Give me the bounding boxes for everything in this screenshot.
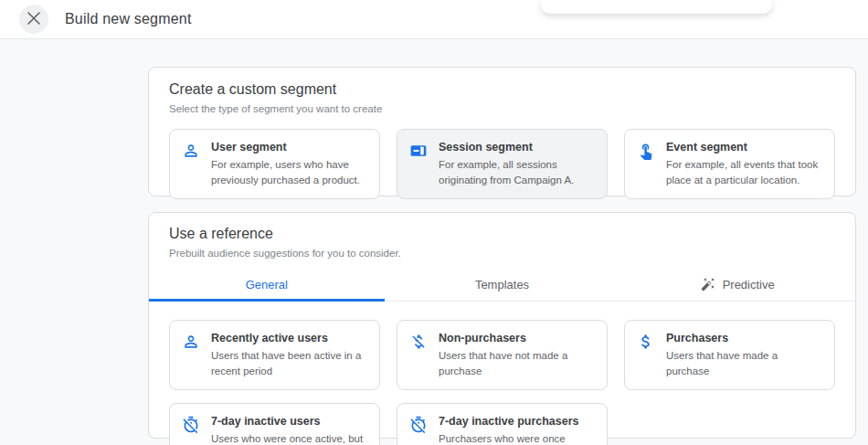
- reference-tabs: General Templates Predictive: [149, 270, 855, 302]
- card-text: Recently active users Users that have be…: [211, 332, 367, 378]
- touch-app-icon: [637, 142, 655, 160]
- card-text: Event segment For example, all events th…: [666, 141, 822, 187]
- tab-label: Templates: [475, 278, 529, 291]
- card-text: Session segment For example, all session…: [439, 141, 595, 187]
- recently-active-users-card[interactable]: Recently active users Users that have be…: [169, 320, 380, 390]
- seven-day-inactive-users-card[interactable]: 7-day inactive users Users who were once…: [169, 403, 380, 445]
- section-title: Create a custom segment: [169, 81, 835, 98]
- card-title: Non-purchasers: [439, 332, 595, 344]
- card-text: Purchasers Users that have made a purcha…: [666, 332, 822, 378]
- card-description: Purchasers who were once active, but hav…: [439, 431, 595, 445]
- card-description: Users that have been active in a recent …: [211, 348, 367, 378]
- floating-panel: [541, 0, 772, 14]
- use-reference-section: Use a reference Prebuilt audience sugges…: [148, 212, 856, 439]
- card-text: 7-day inactive purchasers Purchasers who…: [439, 415, 595, 445]
- person-icon: [182, 333, 200, 351]
- reference-cards: Recently active users Users that have be…: [149, 302, 855, 445]
- section-subtitle: Prebuilt audience suggestions for you to…: [169, 248, 835, 259]
- close-icon: [27, 12, 40, 27]
- segment-type-cards: User segment For example, users who have…: [169, 129, 835, 199]
- dollar-icon: [637, 333, 655, 351]
- card-text: User segment For example, users who have…: [211, 141, 367, 187]
- tab-templates[interactable]: Templates: [385, 270, 620, 302]
- magic-wand-icon: [701, 277, 715, 291]
- section-subtitle: Select the type of segment you want to c…: [169, 103, 835, 114]
- section-title: Use a reference: [169, 226, 835, 242]
- card-title: User segment: [211, 141, 367, 154]
- seven-day-inactive-purchasers-card[interactable]: 7-day inactive purchasers Purchasers who…: [397, 403, 608, 445]
- user-segment-card[interactable]: User segment For example, users who have…: [169, 129, 380, 199]
- page-title: Build new segment: [65, 11, 192, 27]
- tab-label: Predictive: [723, 278, 775, 291]
- purchasers-card[interactable]: Purchasers Users that have made a purcha…: [624, 320, 835, 390]
- card-title: 7-day inactive purchasers: [439, 415, 595, 428]
- session-segment-card[interactable]: Session segment For example, all session…: [397, 129, 608, 199]
- card-text: 7-day inactive users Users who were once…: [211, 415, 367, 445]
- non-purchasers-card[interactable]: Non-purchasers Users that have not made …: [397, 320, 608, 390]
- section-head: Use a reference Prebuilt audience sugges…: [149, 213, 855, 259]
- event-segment-card[interactable]: Event segment For example, all events th…: [624, 129, 835, 199]
- card-title: Session segment: [439, 141, 595, 154]
- card-description: Users who were once active, but have not…: [211, 431, 367, 445]
- card-text: Non-purchasers Users that have not made …: [439, 332, 595, 378]
- card-description: Users that have made a purchase: [666, 348, 822, 378]
- person-icon: [182, 142, 200, 160]
- timer-off-icon: [182, 416, 200, 434]
- timer-off-icon: [409, 416, 428, 434]
- card-title: Recently active users: [211, 332, 367, 344]
- money-off-icon: [409, 333, 428, 351]
- card-title: Purchasers: [666, 332, 822, 344]
- card-title: Event segment: [666, 141, 822, 154]
- card-title: 7-day inactive users: [211, 415, 367, 428]
- create-custom-segment-section: Create a custom segment Select the type …: [148, 67, 856, 196]
- tab-label: General: [246, 278, 288, 291]
- card-description: Users that have not made a purchase: [439, 348, 595, 378]
- card-description: For example, users who have previously p…: [211, 157, 367, 187]
- card-description: For example, all events that took place …: [666, 157, 822, 187]
- session-tab-icon: [409, 142, 428, 160]
- close-button[interactable]: [19, 5, 48, 34]
- tab-general[interactable]: General: [149, 270, 385, 302]
- card-description: For example, all sessions originating fr…: [439, 157, 595, 187]
- tab-predictive[interactable]: Predictive: [619, 270, 855, 302]
